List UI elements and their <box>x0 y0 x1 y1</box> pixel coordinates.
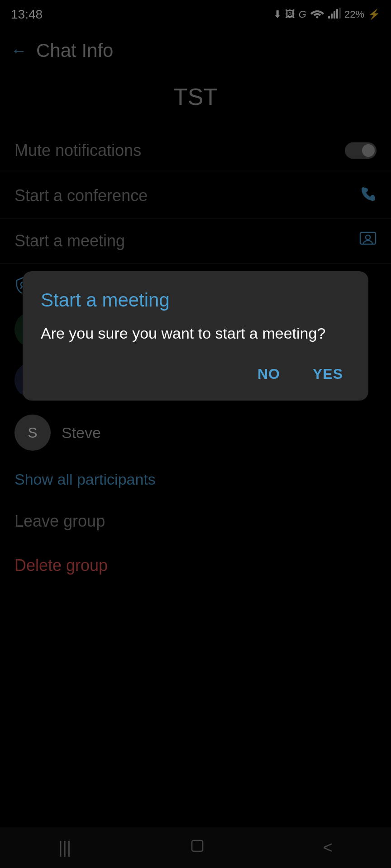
dialog-message: Are you sure you want to start a meeting… <box>41 322 350 345</box>
confirmation-dialog: Start a meeting Are you sure you want to… <box>23 271 368 401</box>
dialog-title: Start a meeting <box>41 289 350 311</box>
dialog-yes-button[interactable]: YES <box>305 361 350 387</box>
dialog-no-button[interactable]: NO <box>250 361 287 387</box>
dialog-buttons: NO YES <box>41 361 350 387</box>
dialog-overlay <box>0 0 391 868</box>
